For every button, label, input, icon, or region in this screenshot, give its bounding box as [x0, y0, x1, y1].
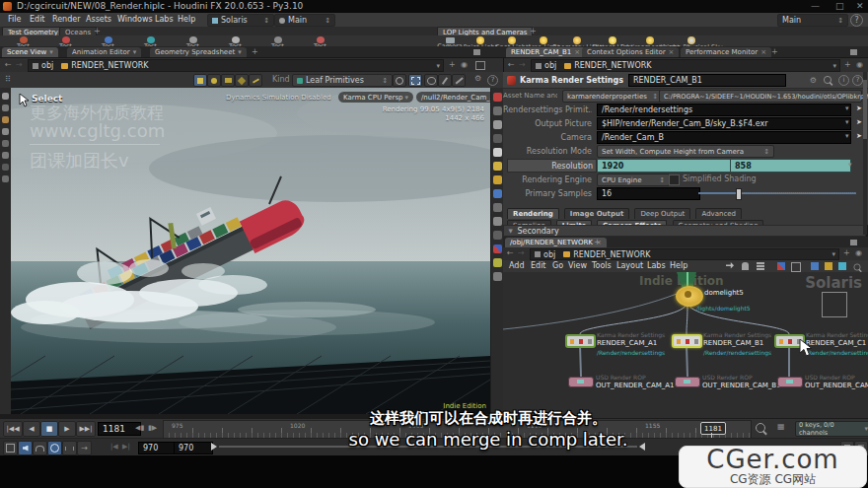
range-end-field[interactable]: 970	[174, 442, 213, 454]
param-gear-icon[interactable]: ⚙	[810, 76, 817, 85]
rendering-engine-dropdown[interactable]: CPU Engine↕	[597, 174, 670, 186]
viewport-gear-icon[interactable]: ⚙	[474, 74, 481, 83]
prim-pick-icon[interactable]: ➤	[856, 105, 862, 112]
step-back-icon[interactable]: ◀▮	[135, 424, 144, 432]
net-color-icon[interactable]	[777, 262, 785, 270]
range-slider-handle-right[interactable]	[639, 443, 645, 451]
nav-forward-icon[interactable]: →	[16, 60, 23, 69]
params-pin-icon[interactable]: ◉	[856, 60, 863, 69]
params-scrollbar[interactable]	[863, 72, 867, 235]
net-frame-icon[interactable]	[791, 262, 801, 272]
pane-tab-add2-icon[interactable]: +	[771, 47, 778, 56]
net-person-icon[interactable]	[742, 262, 749, 270]
params-back-icon[interactable]: ←	[508, 60, 515, 69]
lock-icon[interactable]	[493, 134, 502, 143]
node-render-cam-a1[interactable]	[565, 334, 596, 348]
net-menu-edit[interactable]: Edit	[531, 261, 546, 270]
node-domelight[interactable]	[676, 286, 703, 307]
snap-tool-icon[interactable]	[2, 140, 9, 147]
range-slider-handle-left[interactable]	[211, 443, 217, 451]
output-dd-icon[interactable]: ▾	[845, 118, 849, 126]
play-reverse-button[interactable]: ◀	[23, 421, 40, 437]
loop-mode-icon[interactable]	[33, 441, 47, 455]
audio-toggle-icon[interactable]	[18, 441, 33, 455]
jump-start-button[interactable]: |◀◀	[3, 421, 23, 437]
timeline-zoom-icon[interactable]	[756, 423, 765, 433]
camera-field[interactable]: /Render_Cam_B	[597, 131, 851, 144]
realtime-toggle-icon[interactable]	[62, 441, 77, 455]
primary-samples-slider[interactable]	[698, 192, 856, 194]
objsel-icon[interactable]	[493, 148, 502, 157]
menu-assets[interactable]: Assets	[86, 15, 111, 24]
close-button[interactable]: ✕	[856, 1, 864, 11]
laser-select-icon[interactable]	[452, 74, 466, 87]
lasso-select-icon[interactable]	[424, 74, 438, 87]
playhead-marker[interactable]: 1181	[700, 422, 726, 435]
viewport-display-toolbar[interactable]	[490, 88, 504, 414]
range-left-icon[interactable]: |◀	[110, 443, 118, 451]
maximize-button[interactable]: □	[835, 1, 844, 11]
grid-tool-icon[interactable]	[2, 164, 9, 171]
params-breadcrumb[interactable]: obj RENDER_NETWORK ▾	[531, 59, 840, 72]
colorchip-icon[interactable]	[493, 244, 502, 253]
key-tool-icon[interactable]	[2, 152, 9, 159]
menu-edit[interactable]: Edit	[30, 15, 45, 24]
lightA-icon[interactable]	[493, 162, 502, 171]
pane-left-options-icon[interactable]	[473, 49, 480, 55]
move-tool-icon[interactable]	[2, 105, 9, 111]
jump-end-button[interactable]: ▶▶|	[76, 421, 96, 437]
pane-right-options-icon[interactable]	[850, 49, 857, 55]
secondary-section-header[interactable]: ▼ Secondary	[503, 225, 866, 237]
net-menu-help[interactable]: Help	[670, 261, 687, 270]
net-image-icon[interactable]	[838, 262, 846, 270]
misc-tool-icon[interactable]	[2, 175, 9, 182]
resolution-dd-icon[interactable]: ▾	[848, 161, 852, 169]
select-prim-tool-icon[interactable]	[221, 74, 235, 87]
menu-help[interactable]: Help	[178, 15, 195, 24]
render-view-icon[interactable]	[493, 93, 502, 102]
pane-tab-performance-monitor[interactable]: Performance Monitor×	[681, 47, 771, 57]
net-menu-labs[interactable]: Labs	[647, 261, 666, 270]
net-menu-layout[interactable]: Layout	[616, 261, 643, 270]
pane-tab-geometry-spreadsheet[interactable]: Geometry Spreadsheet▾	[150, 47, 247, 57]
path-pane-icon[interactable]	[475, 61, 485, 70]
node-out-render-cam-a1[interactable]	[568, 377, 594, 387]
asset-path-box[interactable]: C:/PROGRA~1/SIDEEF~1/HOUDIN~1.653/houdin…	[659, 90, 862, 103]
camera-dd-icon[interactable]: ▾	[845, 132, 849, 140]
right-main-selector[interactable]: Main ↕	[777, 14, 848, 27]
breadcrumb-node[interactable]: RENDER_NETWORK	[71, 61, 148, 70]
help-icon[interactable]: ?	[850, 14, 863, 27]
playback-options-icon[interactable]	[47, 441, 62, 455]
breadcrumb-root[interactable]: obj	[41, 61, 53, 70]
renderer-pill[interactable]: Karma CPU Persp▾	[338, 92, 413, 103]
brush-select-icon[interactable]	[438, 74, 452, 87]
select-edge-tool-icon[interactable]	[249, 74, 262, 87]
prim-dd-icon[interactable]: ▾	[845, 105, 849, 112]
secure-select-icon[interactable]	[393, 74, 406, 87]
primary-samples-field[interactable]: 16	[597, 187, 700, 200]
menu-windows[interactable]: Windows	[117, 15, 153, 24]
camera-pick-icon[interactable]: ➤	[856, 132, 862, 140]
net-grid-icon[interactable]	[757, 262, 764, 270]
net-menu-tools[interactable]: Tools	[592, 261, 612, 270]
node-name-field[interactable]: RENDER_CAM_B1	[628, 74, 786, 87]
viewport-breadcrumb[interactable]: obj RENDER_NETWORK ▾	[28, 59, 444, 72]
timeline-graph-icon[interactable]: ▦	[777, 422, 785, 431]
pane-tab-context-options[interactable]: Context Options Editor×	[582, 47, 679, 57]
asset-name-dropdown[interactable]: karmarenderproperties↕	[562, 90, 663, 103]
output-pick-icon[interactable]: ➤	[856, 118, 862, 126]
persp-icon[interactable]	[493, 106, 502, 115]
net-menu-go[interactable]: Go	[552, 261, 563, 270]
export-keys-icon[interactable]	[3, 441, 18, 455]
displayA-icon[interactable]	[493, 203, 502, 212]
range-right-icon[interactable]: ▶|	[122, 443, 130, 451]
param-help-icon[interactable]: ?	[852, 75, 863, 86]
view-tool-icon[interactable]	[2, 93, 9, 100]
output-picture-field[interactable]: $HIP/render/Render_Cam_B/sky_B.$F4.exr	[597, 117, 851, 130]
network-pin-icon[interactable]: ◉	[855, 248, 862, 257]
network-pane-add-icon[interactable]: +	[594, 238, 601, 246]
breadcrumb-dd-icon[interactable]: ▾	[436, 62, 440, 70]
net-find-icon[interactable]	[854, 264, 861, 271]
select-point-tool-icon[interactable]	[235, 74, 249, 87]
displayE-icon[interactable]	[493, 272, 502, 281]
